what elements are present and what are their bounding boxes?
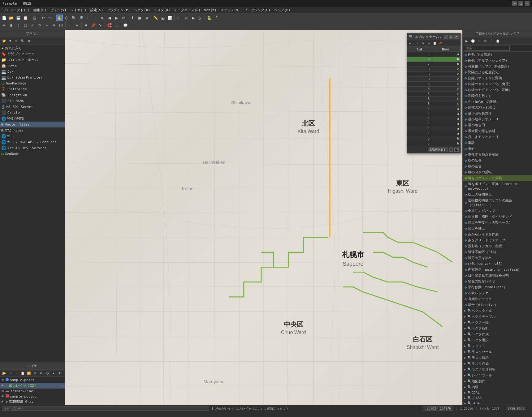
zoom-out-btn[interactable]: 🔎 [77, 15, 84, 21]
select-features-btn[interactable]: ▣ [136, 15, 143, 21]
redo-btn[interactable]: ↪ [47, 15, 54, 21]
table-row[interactable]: 3c [407, 77, 461, 82]
processing-item[interactable]: ⚙線をポリゴンに変換（lines to polygo...） [463, 181, 532, 191]
browser-home[interactable]: 🏠 ホーム [0, 63, 65, 69]
browser-geopackage[interactable]: ⬡ GeoPackage [0, 80, 65, 86]
add-ring-btn[interactable]: ◎ [50, 22, 57, 29]
processing-item[interactable]: ⚙囲包（アルファシェイプ） [463, 58, 532, 63]
processing-category[interactable]: ▶🔍ベクタテーブル [463, 314, 532, 320]
processing-item[interactable]: ⚙日付変更版で測地線を分割 [463, 273, 532, 278]
zoom-prev-btn[interactable]: ◀ [106, 15, 113, 21]
processing-category[interactable]: ▶🔍レイヤツール [463, 372, 532, 378]
maximize-button[interactable]: □ [518, 1, 523, 6]
browser-collapse-btn[interactable]: ▼ [7, 38, 13, 44]
menu-database[interactable]: データベース(D) [172, 7, 202, 13]
table-row[interactable]: 3c [407, 87, 461, 92]
attr-delete-btn[interactable]: ✕ [421, 41, 426, 46]
tracing-btn[interactable]: ⌕ [113, 22, 120, 29]
table-row[interactable]: 4a [407, 131, 461, 136]
processing-item[interactable]: ⚙頂点を抽出 [463, 226, 532, 231]
browser-add-btn[interactable]: ⭐ [1, 38, 7, 44]
tile-btn[interactable]: ⊞ [175, 15, 182, 21]
table-row[interactable]: 3c [407, 67, 461, 72]
processing-item[interactable]: ⚙点によるジオメトリ [463, 134, 532, 140]
processing-run-btn[interactable]: ▶ [464, 38, 469, 44]
processing-category[interactable]: ▶🔍内場 [463, 384, 532, 390]
processing-item[interactable]: ⚙布素バッファ [463, 290, 532, 296]
processing-help-btn[interactable]: ? [489, 38, 494, 44]
processing-category[interactable]: ▶🔍ベクタ解析 [463, 325, 532, 331]
table-row[interactable]: 3c [407, 101, 461, 106]
layer-item-sample-line[interactable]: 👁 sample-line [0, 389, 65, 394]
processing-item[interactable]: ⚙重心 [463, 146, 532, 152]
settings-btn[interactable]: ⚙ [183, 15, 189, 21]
processing-category[interactable]: ▶🔍ラスクツール [463, 349, 532, 355]
processing-results-btn[interactable]: 📋 [495, 38, 500, 44]
processing-category[interactable]: ▶🔍メッシュ [463, 343, 532, 349]
zoom-layer-btn[interactable]: ⊟ [92, 15, 98, 21]
browser-d-drive[interactable]: 💻 D:\ (UserProfile) [0, 75, 65, 80]
node-tool-btn[interactable]: ⌇ [67, 22, 73, 29]
browser-oracle[interactable]: ⬛ Oracle [0, 110, 65, 116]
processing-item[interactable]: ⚙孔（hole）の削除 [463, 99, 532, 105]
pan-to-selection-btn[interactable]: ⬡ [63, 15, 70, 21]
layer-visibility-icon[interactable]: 👁 [1, 378, 4, 382]
layer-add-btn[interactable]: + [7, 370, 13, 376]
menu-vector[interactable]: ベクタ(O) [132, 7, 152, 13]
table-row[interactable]: 3c [407, 82, 461, 87]
processing-item[interactable]: ⚙線の延長 [463, 157, 532, 163]
browser-geonode[interactable]: ⚙ GeoNode [0, 151, 65, 157]
open-project-btn[interactable]: 📂 [8, 15, 15, 21]
layer-item-sample-point[interactable]: 👁 sample-point [0, 377, 65, 383]
table-row[interactable]: 3c [407, 92, 461, 97]
print-btn[interactable]: 🖨 [31, 15, 38, 21]
undo-btn[interactable]: ↩ [40, 15, 47, 21]
label-tool-btn[interactable]: A [83, 22, 89, 29]
processing-settings-btn[interactable]: ⚙ [482, 38, 488, 44]
split-btn[interactable]: ⋈ [58, 22, 64, 29]
processing-item[interactable]: ⚙全重リングバッファ [463, 208, 532, 214]
attr-copy-btn[interactable]: 📋 [432, 41, 437, 46]
attr-dialog-controls[interactable]: ─ □ ✕ [444, 35, 459, 39]
processing-search-input[interactable] [464, 45, 510, 51]
attr-grid-btn[interactable]: ⊞ [449, 148, 453, 152]
zoom-full-btn[interactable]: ⊞ [84, 15, 91, 21]
snapping-btn[interactable]: 🧲 [106, 22, 113, 29]
statusbar-search-input[interactable] [2, 406, 209, 411]
browser-project-home[interactable]: 📁 プロジェクトホーム [0, 57, 65, 63]
layer-up-btn[interactable]: ▲ [51, 370, 56, 376]
processing-category[interactable]: ▶🔍ベクター殻 [463, 320, 532, 325]
save-as-btn[interactable]: 📋 [22, 15, 29, 21]
add-polygon-btn[interactable]: ⬠ [22, 22, 29, 29]
processing-item[interactable]: ⚙最大長で様を切断 [463, 128, 532, 134]
browser-wcs[interactable]: 🌐 WCS [0, 133, 65, 139]
processing-item[interactable]: ⚙線上の等間隔点 [463, 191, 532, 197]
delete-selected-btn[interactable]: ✂ [74, 22, 80, 29]
col-header-name[interactable]: Name [431, 47, 461, 52]
processing-item[interactable]: ⚙最小地界ジオメトリ [463, 116, 532, 122]
processing-category[interactable]: ▶🔍GDAL [463, 390, 532, 395]
label-pin-btn[interactable]: 📌 [90, 22, 97, 29]
table-row[interactable]: 5b [407, 141, 461, 146]
browser-xyz-tiles[interactable]: ⊞ XYZ Tiles [0, 127, 65, 133]
save-project-btn[interactable]: 💾 [15, 15, 22, 21]
layer-item-mierune[interactable]: 👁 ⚙ MIERUNE Gray [0, 399, 65, 404]
browser-vector-tiles[interactable]: ⊞ Vector Tiles [0, 122, 65, 127]
processing-item[interactable]: ⚙長方形・楕円・ダイヤモンド [463, 214, 532, 220]
measure-btn[interactable]: 📏 [152, 15, 159, 21]
script-btn[interactable]: ∑ [197, 15, 204, 21]
processing-category[interactable]: ▶🔍ベクタタイル [463, 308, 532, 314]
layer-open-btn[interactable]: 📂 [1, 370, 7, 376]
attr-edit-btn[interactable]: ✏ [408, 41, 413, 46]
processing-item[interactable]: ⚙点からレイヤを作成 [463, 231, 532, 237]
processing-item[interactable]: ⚙近接物の隣接ポリゴンの融合（elimin...） [463, 197, 532, 208]
processing-item[interactable]: ⚙線の結合 [463, 163, 532, 169]
layer-visibility-icon[interactable]: 👁 [1, 400, 4, 403]
processing-item[interactable]: ⚙平行移動（translate） [463, 284, 532, 290]
processing-item[interactable]: ⚙近降点を敷くす [463, 93, 532, 99]
menu-processing[interactable]: プロセシング(C) [242, 7, 272, 13]
processing-category[interactable]: ▶🔍GRASS [463, 395, 532, 401]
minimize-button[interactable]: ─ [512, 1, 517, 6]
processing-item[interactable]: ⚙集計 [463, 140, 532, 146]
attr-cut-btn[interactable]: ✂ [426, 41, 431, 46]
